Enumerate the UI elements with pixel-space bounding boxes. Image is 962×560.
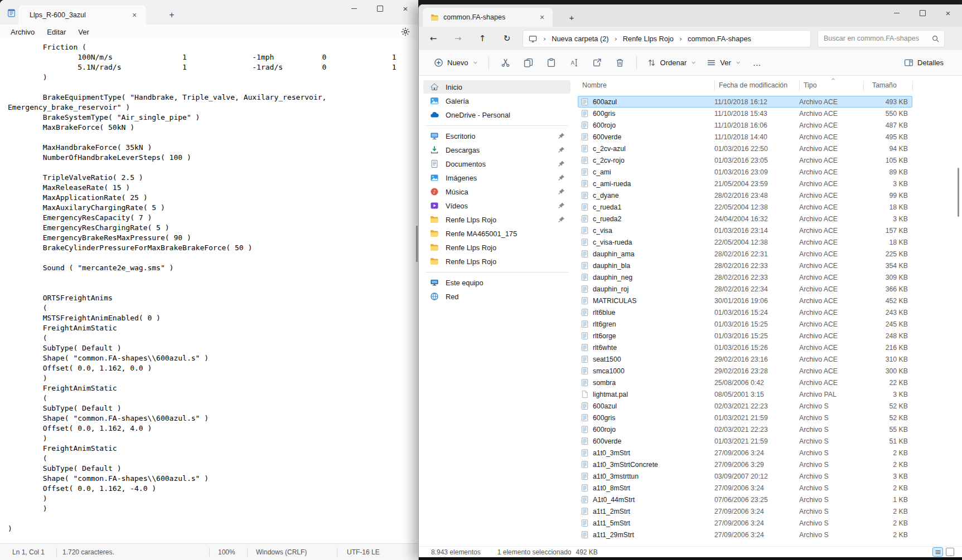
breadcrumb-item[interactable]: common.FA-shapes xyxy=(675,32,753,45)
close-button[interactable] xyxy=(393,0,418,17)
sidebar-item[interactable]: Red xyxy=(423,290,571,303)
file-row[interactable]: seat1500 29/02/2016 23:16 Archivo ACE 31… xyxy=(578,353,912,365)
file-row[interactable]: a1t0_3mStrtConcrete 27/09/2006 3:29 Arch… xyxy=(578,459,912,470)
sidebar-item[interactable]: Renfe Llps Rojo xyxy=(423,255,571,268)
column-header-name[interactable]: Nombre xyxy=(582,81,607,89)
list-scrollbar[interactable] xyxy=(958,168,960,391)
refresh-button[interactable]: ↻ xyxy=(497,30,517,47)
sidebar-item[interactable]: Música xyxy=(423,185,571,198)
file-row[interactable]: a1t1_29mStrt 27/09/2006 3:24 Archivo S 2… xyxy=(578,529,912,540)
gear-icon[interactable] xyxy=(400,27,410,37)
file-row[interactable]: a1t1_2mStrt 27/09/2006 3:24 Archivo S 2 … xyxy=(578,505,912,517)
cut-button[interactable] xyxy=(494,54,517,71)
details-pane-button[interactable]: Detalles xyxy=(899,54,949,71)
scrollbar-thumb[interactable] xyxy=(958,168,959,217)
sidebar-item[interactable]: Imágenes xyxy=(423,171,571,184)
tab-close-icon[interactable] xyxy=(128,9,141,21)
file-row[interactable]: 600verde 01/03/2021 21:59 Archivo S 51 K… xyxy=(578,435,912,447)
this-pc-icon[interactable] xyxy=(529,35,537,43)
sidebar-item[interactable]: Galería xyxy=(423,94,571,108)
thumbnail-view-toggle[interactable] xyxy=(946,548,954,556)
breadcrumb[interactable]: Nueva carpeta (2) Renfe Llps Rojo common… xyxy=(523,30,811,47)
maximize-button[interactable] xyxy=(910,4,935,21)
search-input[interactable] xyxy=(818,31,944,47)
notepad-text-area[interactable]: Friction ( 100N/m/s 1 -1mph 0 1 5.1N/rad… xyxy=(0,39,418,543)
new-button[interactable]: Nuevo xyxy=(429,54,484,71)
file-row[interactable]: dauphin_neg 28/02/2016 22:33 Archivo ACE… xyxy=(578,271,912,283)
column-header-date[interactable]: Fecha de modificación xyxy=(719,81,787,89)
maximize-button[interactable] xyxy=(367,0,393,17)
file-row[interactable]: c_2cv-rojo 01/03/2016 23:05 Archivo ACE … xyxy=(578,154,912,166)
sidebar-item[interactable]: Renfe Llps Rojo xyxy=(423,241,571,254)
file-row[interactable]: rlt6blue 01/03/2016 15:24 Archivo ACE 24… xyxy=(578,306,912,318)
forward-button[interactable]: → xyxy=(448,30,468,47)
file-row[interactable]: c_visa-rueda 22/05/2004 12:38 Archivo AC… xyxy=(578,236,912,248)
file-row[interactable]: 600azul 11/10/2018 16:12 Archivo ACE 493… xyxy=(578,96,912,108)
file-row[interactable]: smca1000 29/02/2016 23:28 Archivo ACE 30… xyxy=(578,365,912,377)
column-header-size[interactable]: Tamaño xyxy=(872,81,897,89)
file-row[interactable]: 600gris 01/03/2021 21:59 Archivo S 52 KB xyxy=(578,412,912,423)
minimize-button[interactable] xyxy=(341,0,367,17)
copy-button[interactable] xyxy=(517,54,540,71)
rename-button[interactable] xyxy=(563,54,586,71)
sidebar-item[interactable]: Inicio xyxy=(423,80,571,94)
file-row[interactable]: a1t0_3mstrttun 03/09/2007 20:12 Archivo … xyxy=(578,470,912,482)
share-button[interactable] xyxy=(586,54,608,71)
new-tab-button[interactable] xyxy=(565,11,578,24)
file-row[interactable]: lightmat.pal 08/05/2001 3:15 Archivo PAL… xyxy=(578,388,912,400)
tab-close-icon[interactable] xyxy=(536,11,548,23)
paste-button[interactable] xyxy=(540,54,563,71)
file-row[interactable]: dauphin_ama 28/02/2016 22:31 Archivo ACE… xyxy=(578,248,912,260)
menu-archivo[interactable]: Archivo xyxy=(4,26,41,38)
column-header-type[interactable]: Tipo xyxy=(804,81,816,89)
details-view-toggle[interactable] xyxy=(932,547,943,557)
file-row[interactable]: a1t1_5mStrt 27/09/2006 3:24 Archivo S 2 … xyxy=(578,517,912,529)
sidebar-item[interactable]: Vídeos xyxy=(423,199,571,212)
file-row[interactable]: c_dyane 28/02/2016 23:48 Archivo ACE 99 … xyxy=(578,189,912,201)
file-row[interactable]: c_ami 01/03/2016 23:09 Archivo ACE 89 KB xyxy=(578,166,912,178)
sidebar-item[interactable]: Renfe Llps Rojo xyxy=(423,213,571,226)
notepad-scrollbar[interactable] xyxy=(416,226,418,262)
sidebar-item[interactable]: Descargas xyxy=(423,143,571,157)
view-button[interactable]: Ver xyxy=(702,54,746,71)
file-row[interactable]: c_rueda2 24/04/2004 16:32 Archivo ACE 3 … xyxy=(578,213,912,225)
sort-button[interactable]: Ordenar xyxy=(642,54,702,71)
file-row[interactable]: a1t0_3mStrt 27/09/2006 3:24 Archivo S 2 … xyxy=(578,447,912,459)
file-row[interactable]: a1t0_8mStrt 27/09/2006 3:24 Archivo S 2 … xyxy=(578,482,912,494)
file-row[interactable]: 600verde 11/10/2018 14:40 Archivo ACE 49… xyxy=(578,131,912,143)
sidebar-item[interactable]: Documentos xyxy=(423,157,571,171)
sidebar-item[interactable]: OneDrive - Personal xyxy=(423,108,571,121)
file-row[interactable]: rlt6whte 01/03/2016 15:26 Archivo ACE 21… xyxy=(578,342,912,353)
back-button[interactable]: ← xyxy=(423,30,443,47)
sort-ascending-icon[interactable] xyxy=(830,76,837,82)
file-row[interactable]: rlt6orge 01/03/2016 15:25 Archivo ACE 24… xyxy=(578,330,912,342)
file-row[interactable]: dauphin_bla 28/02/2016 22:33 Archivo ACE… xyxy=(578,260,912,271)
search-box[interactable] xyxy=(818,30,945,47)
file-row[interactable]: 600rojo 02/03/2021 22:23 Archivo S 55 KB xyxy=(578,423,912,435)
new-tab-button[interactable] xyxy=(165,8,179,22)
file-row[interactable]: MATRICULAS 30/01/2016 19:06 Archivo ACE … xyxy=(578,295,912,306)
sidebar-item[interactable]: Este equipo xyxy=(423,276,571,289)
breadcrumb-item[interactable]: Renfe Llps Rojo xyxy=(611,32,675,45)
minimize-button[interactable] xyxy=(884,4,910,21)
breadcrumb-item[interactable]: Nueva carpeta (2) xyxy=(539,32,611,45)
file-row[interactable]: c_ami-rueda 21/05/2004 23:59 Archivo ACE… xyxy=(578,178,912,189)
file-row[interactable]: 600azul 02/03/2021 22:23 Archivo S 52 KB xyxy=(578,400,912,412)
file-row[interactable]: c_2cv-azul 01/03/2016 22:50 Archivo ACE … xyxy=(578,143,912,154)
explorer-tab[interactable]: common.FA-shapes xyxy=(423,8,553,27)
close-button[interactable] xyxy=(935,4,961,21)
menu-ver[interactable]: Ver xyxy=(72,26,95,38)
notepad-tab[interactable]: Llps_R-600_3azul xyxy=(18,5,146,25)
delete-button[interactable] xyxy=(608,54,631,71)
file-row[interactable]: 600gris 11/10/2018 15:43 Archivo ACE 550… xyxy=(578,108,912,119)
file-row[interactable]: sombra 25/08/2006 0:42 Archivo ACE 22 KB xyxy=(578,377,912,388)
file-row[interactable]: 600rojo 11/10/2018 16:06 Archivo ACE 487… xyxy=(578,119,912,131)
file-row[interactable]: dauphin_roj 28/02/2016 22:34 Archivo ACE… xyxy=(578,283,912,295)
sidebar-item[interactable]: Renfe MA465001_175 xyxy=(423,227,571,240)
sidebar-item[interactable]: Escritorio xyxy=(423,129,571,143)
file-row[interactable]: c_visa 01/03/2016 23:14 Archivo ACE 157 … xyxy=(578,225,912,236)
more-options-button[interactable]: … xyxy=(746,58,768,67)
menu-editar[interactable]: Editar xyxy=(41,26,72,38)
file-row[interactable]: rlt6gren 01/03/2016 15:25 Archivo ACE 24… xyxy=(578,318,912,330)
file-row[interactable]: c_rueda1 22/05/2004 12:38 Archivo ACE 18… xyxy=(578,201,912,213)
